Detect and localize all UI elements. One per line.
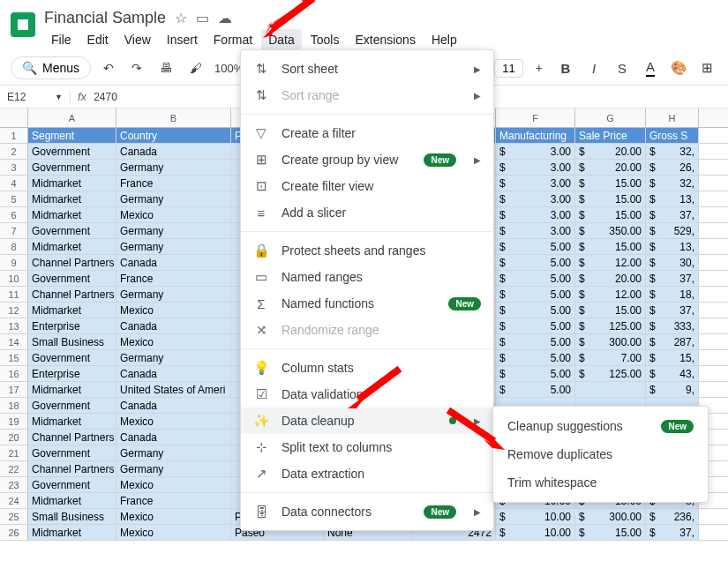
menu-data-connectors[interactable]: 🗄Data connectorsNew▶ — [241, 498, 493, 525]
row-header[interactable]: 3 — [0, 160, 28, 175]
data-cell[interactable]: Germany — [116, 461, 231, 476]
row-header[interactable]: 4 — [0, 176, 28, 191]
data-cell[interactable]: $5.00 — [496, 334, 575, 349]
menu-data-cleanup[interactable]: ✨Data cleanup▶ — [241, 408, 493, 434]
data-cell[interactable]: $333, — [646, 318, 699, 333]
menu-split-text[interactable]: ⊹Split text to columns — [241, 434, 493, 460]
row-header[interactable]: 24 — [0, 493, 28, 508]
data-cell[interactable]: Government — [28, 398, 116, 413]
data-cell[interactable]: Government — [28, 160, 116, 175]
data-cell[interactable]: Government — [28, 144, 116, 159]
move-icon[interactable]: ▭ — [196, 10, 209, 26]
header-cell[interactable]: Country — [116, 128, 231, 143]
menu-column-stats[interactable]: 💡Column stats — [241, 355, 493, 381]
row-header[interactable]: 2 — [0, 144, 28, 159]
data-cell[interactable]: $15.00 — [575, 303, 646, 318]
row-header[interactable]: 14 — [0, 334, 28, 349]
row-header[interactable]: 5 — [0, 191, 28, 206]
row-header[interactable]: 16 — [0, 366, 28, 381]
data-cell[interactable]: Channel Partners — [28, 430, 116, 445]
row-header[interactable]: 22 — [0, 461, 28, 476]
font-size-increase[interactable]: + — [530, 57, 548, 79]
data-cell[interactable]: Mexico — [116, 509, 231, 524]
data-cell[interactable]: $20.00 — [575, 160, 646, 175]
row-header[interactable]: 6 — [0, 207, 28, 222]
data-cell[interactable]: Channel Partners — [28, 461, 116, 476]
data-cell[interactable]: Canada — [116, 398, 231, 413]
data-cell[interactable]: $300.00 — [575, 509, 646, 524]
data-cell[interactable]: $300.00 — [575, 334, 646, 349]
data-cell[interactable]: France — [116, 271, 231, 286]
menu-extensions[interactable]: Extensions — [348, 29, 422, 50]
data-cell[interactable]: $37, — [646, 303, 699, 318]
menu-data-extraction[interactable]: ↗Data extraction — [241, 460, 493, 487]
data-cell[interactable]: $37, — [646, 271, 699, 286]
menu-edit[interactable]: Edit — [80, 29, 116, 50]
data-cell[interactable]: Germany — [116, 191, 231, 206]
data-cell[interactable] — [575, 382, 646, 397]
data-cell[interactable]: Canada — [116, 430, 231, 445]
data-cell[interactable]: Enterprise — [28, 318, 116, 333]
data-cell[interactable]: $15, — [646, 350, 699, 365]
row-header[interactable]: 19 — [0, 414, 28, 429]
data-cell[interactable]: Mexico — [116, 477, 231, 492]
menu-data[interactable]: Data — [261, 29, 302, 50]
menu-file[interactable]: File — [44, 29, 79, 50]
row-header[interactable]: 12 — [0, 303, 28, 318]
data-cell[interactable]: Midmarket — [28, 191, 116, 206]
menu-add-slicer[interactable]: ≡Add a slicer — [241, 199, 493, 226]
row-header[interactable]: 26 — [0, 525, 28, 540]
data-cell[interactable]: $7.00 — [575, 350, 646, 365]
data-cell[interactable]: $5.00 — [496, 366, 575, 381]
formula-input[interactable]: 2470 — [94, 91, 117, 103]
row-header[interactable]: 23 — [0, 477, 28, 492]
row-header[interactable]: 20 — [0, 430, 28, 445]
data-cell[interactable]: $236, — [646, 509, 699, 524]
print-button[interactable]: 🖶 — [154, 57, 177, 79]
data-cell[interactable]: $30, — [646, 255, 699, 270]
data-cell[interactable]: $15.00 — [575, 207, 646, 222]
data-cell[interactable]: Midmarket — [28, 525, 116, 540]
data-cell[interactable]: $287, — [646, 334, 699, 349]
data-cell[interactable]: $37, — [646, 207, 699, 222]
row-header[interactable]: 21 — [0, 445, 28, 460]
star-icon[interactable]: ☆ — [175, 10, 187, 26]
bold-button[interactable]: B — [555, 57, 576, 79]
data-cell[interactable]: $5.00 — [496, 318, 575, 333]
data-cell[interactable]: $18, — [646, 287, 699, 302]
menu-help[interactable]: Help — [424, 29, 464, 50]
data-cell[interactable]: Canada — [116, 366, 231, 381]
data-cell[interactable]: Small Business — [28, 509, 116, 524]
cloud-icon[interactable]: ☁ — [218, 10, 232, 26]
data-cell[interactable]: Small Business — [28, 334, 116, 349]
menus-search[interactable]: 🔍 Menus — [11, 56, 91, 79]
data-cell[interactable]: $26, — [646, 160, 699, 175]
paint-format-button[interactable]: 🖌 — [184, 57, 207, 79]
data-cell[interactable]: France — [116, 176, 231, 191]
data-cell[interactable]: Mexico — [116, 207, 231, 222]
menu-named-functions[interactable]: ΣNamed functionsNew — [241, 290, 493, 317]
header-cell[interactable]: Manufacturing — [496, 128, 575, 143]
italic-button[interactable]: I — [583, 57, 604, 79]
data-cell[interactable]: Government — [28, 445, 116, 460]
row-header[interactable]: 7 — [0, 223, 28, 238]
data-cell[interactable]: Canada — [116, 144, 231, 159]
data-cell[interactable]: Midmarket — [28, 303, 116, 318]
data-cell[interactable]: Midmarket — [28, 207, 116, 222]
document-title[interactable]: Financial Sample — [44, 9, 166, 27]
row-header[interactable]: 9 — [0, 255, 28, 270]
data-cell[interactable]: $15.00 — [575, 525, 646, 540]
select-all-corner[interactable] — [0, 108, 28, 127]
menu-create-filter[interactable]: ▽Create a filter — [241, 120, 493, 146]
data-cell[interactable]: Canada — [116, 318, 231, 333]
data-cell[interactable]: $15.00 — [575, 176, 646, 191]
row-header[interactable]: 1 — [0, 128, 28, 143]
header-cell[interactable]: Sale Price — [575, 128, 646, 143]
text-color-button[interactable]: A — [640, 57, 661, 79]
row-header[interactable]: 8 — [0, 239, 28, 254]
data-cell[interactable]: $3.00 — [496, 191, 575, 206]
col-header[interactable]: B — [116, 108, 231, 127]
data-cell[interactable]: $5.00 — [496, 271, 575, 286]
row-header[interactable]: 10 — [0, 271, 28, 286]
data-cell[interactable]: Mexico — [116, 525, 231, 540]
